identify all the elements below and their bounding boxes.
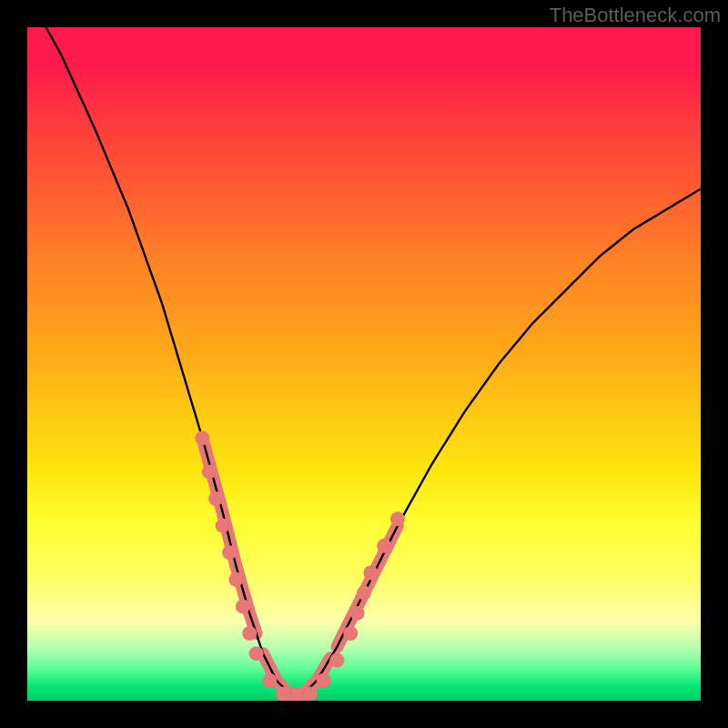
highlight-marker <box>202 464 217 479</box>
highlight-marker <box>350 606 365 621</box>
highlight-marker <box>357 586 371 601</box>
chart-frame: TheBottleneck.com <box>0 0 728 728</box>
highlight-marker <box>236 599 250 613</box>
curve-svg <box>27 27 701 701</box>
highlight-marker <box>343 626 358 641</box>
highlight-marker <box>276 687 290 701</box>
highlight-marker <box>208 491 223 506</box>
highlight-marker <box>317 673 331 688</box>
highlight-marker <box>249 646 264 661</box>
highlight-marker <box>262 673 277 688</box>
highlight-marker <box>216 519 230 533</box>
highlight-marker <box>363 565 378 580</box>
highlight-marker <box>228 572 243 587</box>
highlight-marker <box>329 653 344 668</box>
highlight-marker <box>242 626 257 641</box>
highlight-marker <box>377 539 391 553</box>
watermark-text: TheBottleneck.com <box>550 4 721 27</box>
highlight-marker <box>222 545 237 560</box>
highlight-marker <box>390 511 405 526</box>
highlight-marker <box>195 430 209 445</box>
highlight-marker <box>303 687 318 701</box>
plot-area <box>27 27 701 701</box>
